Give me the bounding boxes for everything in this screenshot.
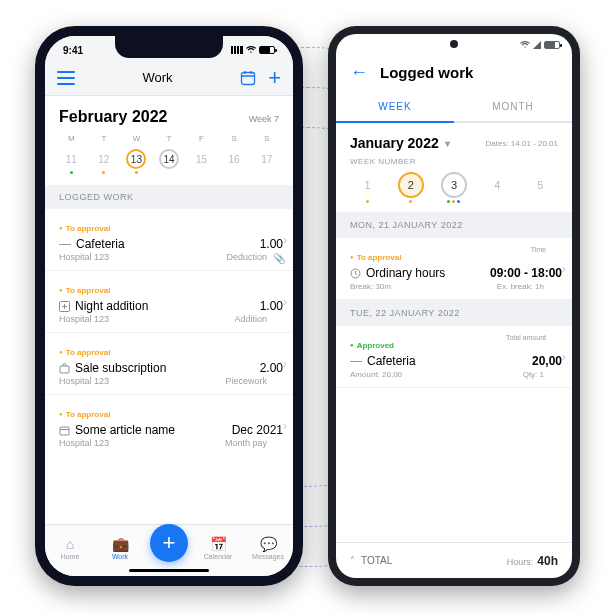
calendar-icon[interactable] (240, 70, 256, 86)
tab-messages[interactable]: 💬Messages (248, 536, 288, 560)
back-icon[interactable]: ← (350, 62, 368, 83)
entry-qty: Qty: 1 (523, 370, 544, 379)
total-bar[interactable]: ˄TOTAL Hours:40h (336, 542, 572, 578)
svg-rect-0 (242, 72, 255, 84)
work-entry[interactable]: To approval Night addition 1.00 Hospital… (45, 271, 293, 333)
tab-calendar[interactable]: 📅Calendar (198, 536, 238, 560)
status-badge: To approval (59, 348, 110, 357)
work-entry[interactable]: To approval Some article name Dec 2021 H… (45, 395, 293, 456)
entry-title: Some article name (75, 423, 175, 437)
briefcase-icon: 💼 (100, 536, 140, 552)
week-label: Week 7 (249, 114, 279, 124)
chevron-down-icon: ▾ (445, 138, 450, 149)
date-cell[interactable]: 11 (55, 145, 88, 179)
hours-label: Hours: (507, 557, 534, 567)
tab-bar: ⌂Home 💼Work + 📅Calendar 💬Messages (45, 524, 293, 576)
amount-label: Total amount (506, 334, 546, 341)
total-hours: 40h (537, 554, 558, 568)
week-cell-selected[interactable]: 2 (389, 172, 432, 204)
tab-label: Calendar (204, 553, 232, 560)
calendar-small-icon (59, 425, 70, 436)
entry-title: Ordinary hours (366, 266, 445, 280)
messages-icon: 💬 (248, 536, 288, 552)
date-cell-today[interactable]: 14 (153, 145, 186, 179)
week-cell[interactable]: 4 (476, 172, 519, 204)
chevron-right-icon: › (562, 350, 566, 364)
appbar-title: Logged work (380, 64, 473, 81)
appbar-title: Work (143, 70, 173, 85)
time-label: Time (531, 246, 546, 253)
signal-icon (533, 41, 541, 49)
entry-type: Addition (234, 314, 267, 324)
iphone-frame: 9:41 Work + February 2022 Week 7 (35, 26, 303, 586)
dayname: S (250, 132, 283, 145)
entry-type: Deduction (226, 252, 267, 262)
plus-square-icon (59, 301, 70, 312)
week-cell[interactable]: 5 (519, 172, 562, 204)
svg-rect-3 (60, 427, 69, 435)
month-title: February 2022 (59, 108, 168, 126)
chevron-right-icon: › (283, 295, 287, 309)
entry-title: Cafeteria (367, 354, 416, 368)
chevron-right-icon: › (562, 262, 566, 276)
week-cell[interactable]: 3 (432, 172, 475, 204)
tab-strip: WEEK MONTH (336, 92, 572, 123)
entry-type: Piecework (225, 376, 267, 386)
week-cell[interactable]: 1 (346, 172, 389, 204)
section-heading-logged: LOGGED WORK (45, 185, 293, 209)
wifi-icon (246, 46, 256, 54)
tab-home[interactable]: ⌂Home (50, 536, 90, 560)
home-indicator (129, 569, 209, 572)
date-cell[interactable]: 12 (88, 145, 121, 179)
dayname: S (218, 132, 251, 145)
logged-entry[interactable]: To approval Time Ordinary hours 09:00 - … (336, 238, 572, 300)
svg-rect-2 (60, 366, 69, 373)
battery-icon (259, 46, 275, 54)
bag-icon (59, 363, 70, 374)
home-icon: ⌂ (50, 536, 90, 552)
work-entry[interactable]: To approval —Cafeteria 1.00 Hospital 123… (45, 209, 293, 271)
tab-month[interactable]: MONTH (454, 92, 572, 123)
entry-amount: Amount: 20,00 (350, 370, 402, 379)
menu-icon[interactable] (57, 71, 75, 85)
iphone-notch (115, 36, 223, 58)
chevron-right-icon: › (283, 419, 287, 433)
dayname: T (88, 132, 121, 145)
date-cell[interactable]: 15 (185, 145, 218, 179)
dayname: F (185, 132, 218, 145)
entry-place: Hospital 123 (59, 314, 109, 324)
attachment-icon: 📎 (273, 253, 285, 264)
date-cell[interactable]: 17 (250, 145, 283, 179)
chevron-right-icon: › (283, 357, 287, 371)
minus-icon: — (59, 237, 71, 251)
tab-label: Home (61, 553, 80, 560)
status-badge: To approval (59, 410, 110, 419)
entry-place: Hospital 123 (59, 376, 109, 386)
section-heading-day: TUE, 22 JANUARY 2022 (336, 300, 572, 326)
battery-icon (544, 41, 560, 49)
clock-icon (350, 268, 361, 279)
entry-title: Night addition (75, 299, 148, 313)
add-icon[interactable]: + (268, 67, 281, 89)
date-cell[interactable]: 16 (218, 145, 251, 179)
date-cell-selected[interactable]: 13 (120, 145, 153, 179)
entry-title: Cafeteria (76, 237, 125, 251)
status-badge: Approved (350, 341, 394, 350)
work-entry[interactable]: To approval Sale subscription 2.00 Hospi… (45, 333, 293, 395)
calendar-tab-icon: 📅 (198, 536, 238, 552)
entry-title: Sale subscription (75, 361, 166, 375)
status-badge: To approval (350, 253, 401, 262)
date-range: Dates: 14.01 - 20.01 (486, 139, 559, 148)
tab-label: Messages (252, 553, 284, 560)
logged-entry[interactable]: Approved Total amount —Cafeteria 20,00 A… (336, 326, 572, 388)
entry-place: Hospital 123 (59, 438, 109, 448)
status-badge: To approval (59, 224, 110, 233)
tab-work[interactable]: 💼Work (100, 536, 140, 560)
fab-add-button[interactable]: + (150, 524, 188, 562)
total-label: TOTAL (361, 555, 392, 566)
tab-week[interactable]: WEEK (336, 92, 454, 123)
entry-break: Break: 30m (350, 282, 391, 291)
week-number-label: WEEK NUMBER (336, 155, 572, 166)
entry-place: Hospital 123 (59, 252, 109, 262)
month-picker[interactable]: January 2022 ▾ (350, 135, 450, 151)
